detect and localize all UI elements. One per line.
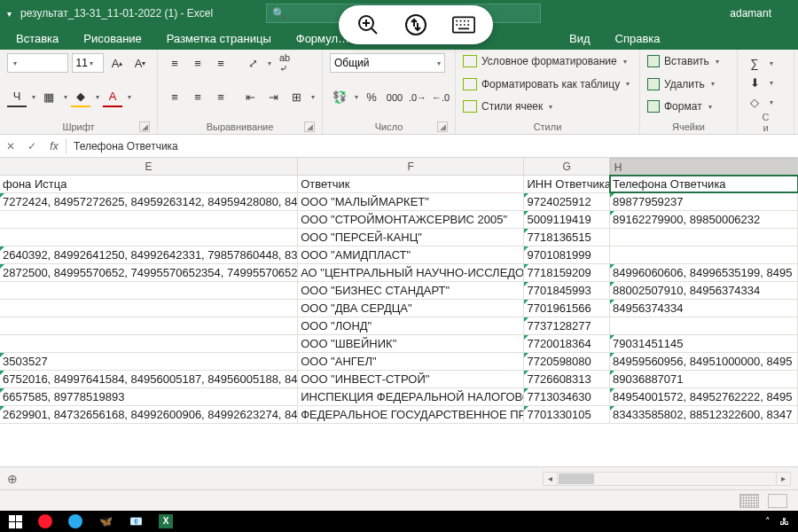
tab-view[interactable]: Вид bbox=[557, 27, 603, 50]
cancel-icon[interactable]: ✕ bbox=[0, 140, 21, 153]
header-H-selected[interactable]: Телефона Ответчика bbox=[610, 176, 798, 192]
fill-color-button[interactable]: ◆ bbox=[71, 88, 90, 107]
wrap-text-icon[interactable]: ab⤶ bbox=[275, 53, 294, 73]
col-G[interactable]: G bbox=[524, 158, 609, 175]
col-H[interactable]: H bbox=[610, 158, 798, 177]
align-left-icon[interactable]: ≡ bbox=[165, 88, 184, 107]
formula-value[interactable]: Телефона Ответчика bbox=[66, 140, 178, 153]
decrease-decimal-icon[interactable]: ←.0 bbox=[431, 88, 450, 107]
group-number: Общий▾ 💱▾ % 000 .0→ ←.0 Число◢ bbox=[323, 50, 456, 134]
tab-help[interactable]: Справка bbox=[603, 27, 673, 50]
table-row[interactable]: 6657585, 89778519893ИНСПЕКЦИЯ ФЕДЕРАЛЬНО… bbox=[0, 388, 798, 406]
header-F[interactable]: Ответчик bbox=[298, 176, 524, 192]
header-E[interactable]: фона Истца bbox=[0, 176, 298, 192]
enter-icon[interactable]: ✓ bbox=[21, 140, 43, 153]
col-F[interactable]: F bbox=[298, 158, 524, 175]
conditional-formatting-button[interactable]: Условное форматирование▾ bbox=[463, 53, 632, 69]
table-row[interactable]: ООО "ШВЕЙНИК"772001836479031451145 bbox=[0, 335, 798, 353]
clear-icon[interactable]: ◇ bbox=[745, 92, 764, 112]
format-cells-button[interactable]: Формат▾ bbox=[647, 98, 730, 114]
increase-indent-icon[interactable]: ⇥ bbox=[263, 88, 283, 107]
table-row[interactable]: ООО "ПЕРСЕЙ-КАНЦ"7718136515 bbox=[0, 229, 798, 246]
group-number-label: Число bbox=[375, 121, 403, 132]
network-icon[interactable]: 🖧 bbox=[779, 516, 789, 527]
tray-chevron-icon[interactable]: ˄ bbox=[765, 516, 771, 528]
document-title: результат_13-31_11-01-2022 (1) - Excel bbox=[20, 7, 213, 20]
format-as-table-button[interactable]: Форматировать как таблицу▾ bbox=[463, 76, 632, 92]
decrease-font-icon[interactable]: A▾ bbox=[130, 53, 150, 73]
delete-cells-button[interactable]: Удалить▾ bbox=[647, 76, 730, 92]
table-row[interactable]: ООО "БИЗНЕС СТАНДАРТ"7701845993880025079… bbox=[0, 282, 798, 300]
group-font: ▾ 11▾ A▴ A▾ Ч▾ ▦▾ ◆▾ A▾ Шрифт◢ bbox=[0, 50, 158, 134]
dialog-launcher-icon[interactable]: ◢ bbox=[139, 121, 150, 132]
underline-button[interactable]: Ч bbox=[7, 88, 27, 107]
font-size[interactable]: 11▾ bbox=[72, 53, 104, 73]
table-row[interactable]: ООО "ДВА СЕРДЦА"770196156684956374334 bbox=[0, 300, 798, 317]
insert-cells-button[interactable]: Вставить▾ bbox=[647, 53, 730, 69]
autosum-icon[interactable]: ∑ bbox=[745, 53, 764, 73]
table-row[interactable]: 2640392, 84992641250, 84992642331, 79857… bbox=[0, 246, 798, 264]
excel-taskbar-icon[interactable]: X bbox=[151, 511, 181, 532]
column-headers: E F G H bbox=[0, 158, 798, 176]
remote-session-toolbar[interactable] bbox=[339, 5, 493, 44]
comma-icon[interactable]: 000 bbox=[385, 88, 404, 107]
app-icon-2[interactable]: 📧 bbox=[121, 511, 151, 532]
accounting-format-icon[interactable]: 💱 bbox=[330, 88, 349, 107]
horizontal-scrollbar[interactable]: ◂ ▸ bbox=[543, 472, 791, 486]
start-button[interactable] bbox=[0, 511, 30, 532]
align-middle-icon[interactable]: ≡ bbox=[188, 53, 207, 73]
font-color-button[interactable]: A bbox=[103, 88, 122, 107]
decrease-indent-icon[interactable]: ⇤ bbox=[240, 88, 260, 107]
table-row[interactable]: 2629901, 84732656168, 84992600906, 84992… bbox=[0, 406, 798, 424]
tab-draw[interactable]: Рисование bbox=[71, 27, 153, 50]
table-row[interactable]: 3503527ООО "АНГЕЛ"772059808084959560956,… bbox=[0, 353, 798, 371]
search-icon: 🔍 bbox=[272, 7, 286, 20]
cell-styles-button[interactable]: Стили ячеек▾ bbox=[463, 98, 632, 114]
scroll-right-icon[interactable]: ▸ bbox=[776, 473, 790, 485]
account-name[interactable]: adamant bbox=[730, 7, 771, 20]
number-format-select[interactable]: Общий▾ bbox=[330, 53, 445, 73]
quick-access-dd-icon[interactable]: ▾ bbox=[7, 9, 12, 19]
merge-icon[interactable]: ⊞ bbox=[286, 88, 306, 107]
group-cells-label: Ячейки bbox=[672, 121, 705, 132]
scroll-thumb[interactable] bbox=[559, 473, 594, 484]
align-center-icon[interactable]: ≡ bbox=[188, 88, 207, 107]
borders-button[interactable]: ▦ bbox=[39, 88, 59, 107]
group-editing: ∑▾ ⬇▾ ◇▾ С и bbox=[738, 50, 794, 134]
table-row[interactable]: 6752016, 84997641584, 84956005187, 84956… bbox=[0, 371, 798, 388]
svg-line-1 bbox=[372, 28, 377, 34]
tab-insert[interactable]: Вставка bbox=[4, 27, 71, 50]
page-layout-view-icon[interactable] bbox=[768, 494, 787, 508]
opera-icon[interactable] bbox=[30, 511, 60, 532]
svg-point-4 bbox=[406, 15, 426, 35]
percent-icon[interactable]: % bbox=[362, 88, 381, 107]
header-G[interactable]: ИНН Ответчика bbox=[524, 176, 610, 192]
align-top-icon[interactable]: ≡ bbox=[165, 53, 184, 73]
swap-icon[interactable] bbox=[404, 13, 427, 36]
increase-decimal-icon[interactable]: .0→ bbox=[408, 88, 427, 107]
group-alignment: ≡ ≡ ≡ ⤢▾ ab⤶ ≡ ≡ ≡ ⇤ ⇥ ⊞▾ Выравнивание◢ bbox=[158, 50, 323, 134]
fx-icon[interactable]: fx bbox=[43, 140, 66, 153]
spreadsheet-grid[interactable]: E F G H фона ИстцаОтветчикИНН ОтветчикаТ… bbox=[0, 158, 798, 424]
add-sheet-icon[interactable]: ⊕ bbox=[0, 472, 25, 486]
keyboard-icon[interactable] bbox=[452, 13, 475, 36]
windows-taskbar: 🦋 📧 X ˄ 🖧 bbox=[0, 511, 798, 532]
table-row[interactable]: ООО "ЛОНД"7737128277 bbox=[0, 317, 798, 335]
col-E[interactable]: E bbox=[0, 158, 298, 175]
font-name[interactable]: ▾ bbox=[7, 53, 68, 73]
increase-font-icon[interactable]: A▴ bbox=[107, 53, 127, 73]
orientation-icon[interactable]: ⤢ bbox=[243, 53, 262, 73]
table-row[interactable]: ООО "СТРОЙМОНТАЖСЕРВИС 2005"500911941989… bbox=[0, 211, 798, 229]
group-styles: Условное форматирование▾ Форматировать к… bbox=[456, 50, 640, 134]
align-right-icon[interactable]: ≡ bbox=[211, 88, 231, 107]
table-row[interactable]: 2872500, 84995570652, 74995570652354, 74… bbox=[0, 264, 798, 282]
telegram-icon[interactable] bbox=[60, 511, 90, 532]
table-row[interactable]: 7272424, 84957272625, 84959263142, 84959… bbox=[0, 193, 798, 211]
app-icon[interactable]: 🦋 bbox=[90, 511, 121, 532]
normal-view-icon[interactable] bbox=[739, 494, 759, 508]
fill-icon[interactable]: ⬇ bbox=[745, 73, 764, 92]
tab-layout[interactable]: Разметка страницы bbox=[154, 27, 284, 50]
zoom-in-icon[interactable] bbox=[356, 13, 379, 36]
align-bottom-icon[interactable]: ≡ bbox=[211, 53, 231, 73]
scroll-left-icon[interactable]: ◂ bbox=[544, 473, 558, 485]
